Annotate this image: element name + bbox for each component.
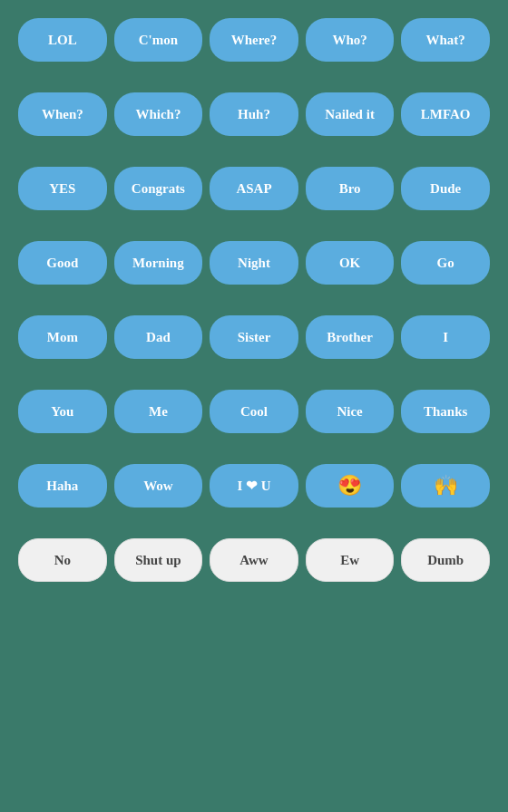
sticker-aww[interactable]: Aww — [210, 538, 298, 582]
sticker-what-[interactable]: What? — [401, 18, 490, 62]
sticker-you[interactable]: You — [18, 390, 107, 433]
sticker-thanks[interactable]: Thanks — [401, 390, 490, 433]
sticker-bro[interactable]: Bro — [306, 167, 395, 210]
sticker-no[interactable]: No — [18, 538, 107, 582]
sticker-ok[interactable]: OK — [306, 241, 395, 285]
sticker---[interactable]: 🙌 — [401, 464, 490, 508]
sticker-huh-[interactable]: Huh? — [210, 92, 298, 136]
sticker-dumb[interactable]: Dumb — [401, 538, 490, 582]
sticker-sister[interactable]: Sister — [210, 315, 298, 359]
sticker-who-[interactable]: Who? — [306, 18, 395, 62]
sticker-go[interactable]: Go — [401, 241, 490, 285]
sticker-mom[interactable]: Mom — [18, 315, 107, 359]
sticker-which-[interactable]: Which? — [114, 92, 203, 136]
sticker-nice[interactable]: Nice — [306, 390, 395, 433]
sticker-congrats[interactable]: Congrats — [114, 167, 203, 210]
sticker-wow[interactable]: Wow — [114, 464, 203, 508]
sticker-i[interactable]: I — [401, 315, 490, 359]
sticker-ew[interactable]: Ew — [306, 538, 395, 582]
sticker-shut-up[interactable]: Shut up — [114, 538, 203, 582]
sticker-lol[interactable]: LOL — [18, 18, 107, 62]
sticker-when-[interactable]: When? — [18, 92, 107, 136]
sticker-lmfao[interactable]: LMFAO — [401, 92, 490, 136]
sticker-cool[interactable]: Cool — [210, 390, 298, 433]
sticker-grid: LOLC'monWhere?Who?What?When?Which?Huh?Na… — [9, 18, 499, 582]
sticker-where-[interactable]: Where? — [210, 18, 298, 62]
sticker-good[interactable]: Good — [18, 241, 107, 285]
sticker-i---u[interactable]: I ❤ U — [210, 464, 298, 508]
sticker-c-mon[interactable]: C'mon — [114, 18, 203, 62]
sticker-nailed-it[interactable]: Nailed it — [306, 92, 395, 136]
sticker-brother[interactable]: Brother — [306, 315, 395, 359]
sticker-yes[interactable]: YES — [18, 167, 107, 210]
sticker-asap[interactable]: ASAP — [210, 167, 298, 210]
sticker-dude[interactable]: Dude — [401, 167, 490, 210]
sticker-morning[interactable]: Morning — [114, 241, 203, 285]
sticker-me[interactable]: Me — [114, 390, 203, 433]
sticker-night[interactable]: Night — [210, 241, 298, 285]
sticker-dad[interactable]: Dad — [114, 315, 203, 359]
sticker-haha[interactable]: Haha — [18, 464, 107, 508]
sticker---[interactable]: 😍 — [306, 464, 395, 508]
